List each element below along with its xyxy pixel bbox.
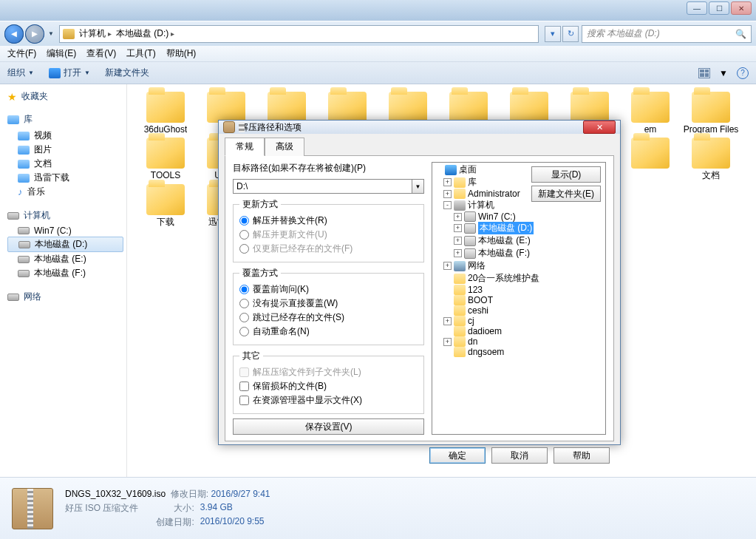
sidebar-xunlei[interactable]: 迅雷下载: [7, 171, 123, 185]
expand-toggle[interactable]: +: [443, 190, 452, 198]
sidebar-documents[interactable]: 文档: [7, 157, 123, 171]
expand-toggle[interactable]: +: [454, 213, 462, 221]
network-header[interactable]: 网络: [7, 291, 123, 303]
refresh-button[interactable]: ↻: [562, 26, 579, 42]
expand-toggle[interactable]: +: [443, 338, 452, 346]
sidebar-pictures[interactable]: 图片: [7, 143, 123, 157]
tree-item[interactable]: +dn: [433, 336, 605, 347]
tree-item[interactable]: +cj: [433, 316, 605, 326]
back-button[interactable]: ◄: [4, 24, 24, 44]
expand-toggle[interactable]: +: [454, 249, 462, 257]
tree-item[interactable]: dadioem: [433, 326, 605, 336]
file-item[interactable]: 36duGhost: [137, 92, 194, 135]
ok-button[interactable]: 确定: [429, 447, 486, 464]
save-settings-button[interactable]: 保存设置(V): [233, 418, 424, 435]
overwrite-opt-skip[interactable]: 跳过已经存在的文件(S): [239, 311, 418, 325]
fldr-icon: [454, 336, 466, 347]
tree-item[interactable]: BOOT: [433, 295, 605, 305]
fldr-icon: [454, 274, 466, 284]
tree-item[interactable]: ceshi: [433, 305, 605, 316]
tree-item[interactable]: 123: [433, 285, 605, 295]
file-item[interactable]: Program Files: [683, 92, 739, 135]
folder-icon: [389, 92, 427, 123]
folder-icon: [268, 92, 306, 123]
expand-toggle[interactable]: +: [443, 178, 452, 186]
destination-tree[interactable]: 桌面+库+Administrator-计算机+Win7 (C:)+本地磁盘 (D…: [432, 162, 606, 435]
sidebar-music[interactable]: ♪音乐: [7, 185, 123, 199]
sidebar-drive-c[interactable]: Win7 (C:): [7, 225, 123, 237]
overwrite-opt-rename[interactable]: 自动重命名(N): [239, 325, 418, 339]
minimize-button[interactable]: —: [687, 1, 707, 15]
sidebar-drive-d[interactable]: 本地磁盘 (D:): [7, 237, 123, 252]
file-item[interactable]: em: [622, 92, 678, 135]
other-opt-subfolder[interactable]: 解压压缩文件到子文件夹(L): [239, 365, 418, 379]
menu-tools[interactable]: 工具(T): [123, 46, 158, 61]
expand-toggle[interactable]: -: [443, 201, 452, 209]
history-dropdown-button[interactable]: ▾: [545, 26, 561, 42]
tree-item[interactable]: +Win7 (C:): [433, 211, 605, 222]
tree-item[interactable]: dngsoem: [433, 347, 605, 357]
other-opt-keepdamaged[interactable]: 保留损坏的文件(B): [239, 379, 418, 393]
sidebar-videos[interactable]: 视频: [7, 129, 123, 143]
view-options-button[interactable]: [698, 68, 710, 78]
fldr-icon: [454, 305, 466, 316]
tree-item[interactable]: +本地磁盘 (E:): [433, 234, 605, 247]
tree-item[interactable]: +本地磁盘 (F:): [433, 247, 605, 260]
sidebar-drive-e[interactable]: 本地磁盘 (E:): [7, 252, 123, 266]
menu-edit[interactable]: 编辑(E): [44, 46, 79, 61]
path-dropdown-button[interactable]: ▼: [412, 179, 424, 194]
document-icon: [18, 160, 30, 169]
expand-toggle[interactable]: +: [443, 317, 452, 325]
forward-button[interactable]: ►: [25, 24, 44, 44]
libraries-header[interactable]: 库: [7, 113, 123, 126]
tab-general[interactable]: 常规: [225, 138, 265, 156]
address-bar[interactable]: 计算机▸ 本地磁盘 (D:)▸: [59, 25, 539, 43]
titlebar: — ☐ ✕: [0, 0, 756, 21]
download-icon: [18, 174, 30, 183]
tab-advanced[interactable]: 高级: [265, 138, 304, 156]
menu-help[interactable]: 帮助(H): [163, 46, 200, 61]
history-dropdown[interactable]: ▼: [46, 24, 56, 44]
expand-toggle[interactable]: +: [443, 262, 452, 270]
expand-toggle[interactable]: +: [454, 237, 462, 245]
tree-item[interactable]: 20合一系统维护盘: [433, 272, 605, 285]
breadcrumb-drive-d[interactable]: 本地磁盘 (D:)▸: [116, 27, 174, 40]
show-button[interactable]: 显示(D): [531, 166, 601, 183]
computer-header[interactable]: 计算机: [7, 209, 123, 222]
new-folder-button[interactable]: 新建文件夹: [105, 67, 149, 79]
fldr-icon: [454, 347, 466, 357]
cancel-button[interactable]: 取消: [491, 447, 548, 464]
help-button[interactable]: ?: [737, 67, 749, 79]
details-filetype: 好压 ISO 压缩文件: [65, 502, 144, 515]
view-dropdown[interactable]: ▼: [719, 68, 728, 78]
menu-file[interactable]: 文件(F): [4, 46, 39, 61]
close-button[interactable]: ✕: [731, 1, 752, 15]
tree-item[interactable]: +本地磁盘 (D:): [433, 222, 605, 234]
overwrite-opt-noprompt[interactable]: 没有提示直接覆盖(W): [239, 296, 418, 311]
favorites-header[interactable]: ★收藏夹: [7, 90, 123, 103]
open-button[interactable]: 打开▼: [49, 67, 90, 79]
update-opt-update[interactable]: 解压并更新文件(U): [239, 228, 418, 242]
sidebar-drive-f[interactable]: 本地磁盘 (F:): [7, 266, 123, 280]
target-path-input[interactable]: [233, 179, 412, 194]
tree-item[interactable]: +网络: [433, 260, 605, 272]
update-opt-replace[interactable]: 解压并替换文件(R): [239, 214, 418, 228]
dialog-close-button[interactable]: ✕: [583, 121, 616, 134]
new-folder-dialog-button[interactable]: 新建文件夹(E): [531, 186, 601, 202]
details-filename: DNGS_10X32_V1609.iso: [65, 489, 166, 499]
other-opt-showinexplorer[interactable]: 在资源管理器中显示文件(X): [239, 393, 418, 407]
expand-toggle[interactable]: +: [454, 224, 462, 232]
help-button[interactable]: 帮助: [554, 447, 610, 464]
file-item[interactable]: TOOLS: [137, 138, 194, 180]
overwrite-opt-ask[interactable]: 覆盖前询问(K): [239, 282, 418, 296]
maximize-button[interactable]: ☐: [709, 1, 729, 15]
file-item[interactable]: [622, 138, 678, 180]
breadcrumb-computer[interactable]: 计算机▸: [79, 27, 112, 40]
file-item[interactable]: 文档: [683, 138, 739, 180]
menu-view[interactable]: 查看(V): [84, 46, 119, 61]
file-label: 文档: [702, 170, 720, 180]
organize-button[interactable]: 组织▼: [7, 67, 34, 79]
search-input[interactable]: 搜索 本地磁盘 (D:) 🔍: [582, 25, 752, 43]
update-opt-existing[interactable]: 仅更新已经存在的文件(F): [239, 242, 418, 256]
file-item[interactable]: 下载: [137, 184, 194, 231]
